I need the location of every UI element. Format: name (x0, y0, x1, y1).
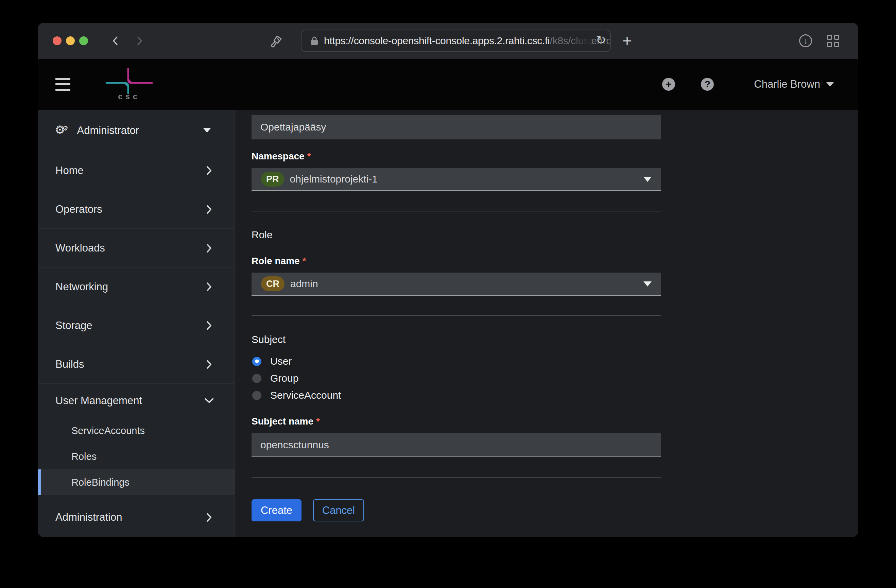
chevron-down-icon (643, 177, 652, 182)
csc-logo-mark (104, 67, 155, 94)
sidebar-item-workloads[interactable]: Workloads (38, 229, 235, 268)
rolebinding-form: Namespace* PR ohjelmistoprojekti-1 Role … (251, 115, 661, 521)
sidebar-nav: ⚙⚙ Administrator Home Operators Workload… (38, 110, 235, 537)
namespace-value: ohjelmistoprojekti-1 (290, 173, 378, 185)
chevron-right-icon (206, 513, 212, 522)
browser-window: https://console-openshift-console.apps.2… (38, 23, 858, 537)
role-name-value: admin (290, 278, 318, 289)
chevron-down-icon (205, 398, 214, 404)
browser-back-icon[interactable] (110, 36, 121, 46)
downloads-icon[interactable]: ↓ (799, 34, 812, 47)
url-text: https://console-openshift-console.apps.2… (324, 35, 611, 47)
sidebar-item-home[interactable]: Home (38, 151, 235, 190)
name-input[interactable] (251, 115, 661, 139)
chevron-down-icon (826, 82, 834, 87)
window-controls (53, 37, 88, 45)
sidebar-item-builds[interactable]: Builds (38, 345, 235, 384)
url-secure-part: https://console-openshift-console.apps.2… (324, 35, 550, 46)
subject-type-radio-group: User Group ServiceAccount (251, 355, 661, 401)
gears-icon: ⚙⚙ (55, 124, 71, 136)
create-button[interactable]: Create (251, 499, 302, 521)
sidebar-section-user-management: User Management ServiceAccounts Roles Ro… (38, 384, 235, 499)
radio-user[interactable]: User (251, 355, 661, 367)
radio-button[interactable] (252, 374, 261, 383)
radio-group-option[interactable]: Group (251, 373, 661, 384)
radio-serviceaccount[interactable]: ServiceAccount (251, 390, 661, 401)
user-name: Charlie Brown (754, 78, 820, 90)
reload-icon[interactable]: ↻ (596, 33, 606, 47)
browser-toolbar: https://console-openshift-console.apps.2… (38, 23, 858, 59)
chevron-down-icon (203, 128, 211, 133)
sidebar-item-serviceaccounts[interactable]: ServiceAccounts (38, 418, 235, 443)
sidebar-item-storage[interactable]: Storage (38, 306, 235, 345)
chevron-right-icon (206, 282, 212, 292)
minimize-window-button[interactable] (66, 37, 75, 45)
help-icon[interactable]: ? (701, 78, 714, 91)
browser-forward-icon[interactable] (134, 36, 145, 46)
app-masthead: csc + ? Charlie Brown (38, 59, 858, 110)
chevron-right-icon (206, 243, 212, 253)
project-badge: PR (261, 172, 284, 187)
radio-button-checked[interactable] (252, 357, 261, 366)
cancel-button[interactable]: Cancel (313, 499, 364, 521)
url-fade (570, 30, 590, 51)
tab-overview-icon[interactable] (827, 35, 839, 47)
role-name-select[interactable]: CR admin (251, 273, 661, 296)
chevron-down-icon (643, 282, 652, 286)
close-window-button[interactable] (53, 37, 61, 45)
chevron-right-icon (206, 205, 212, 214)
subject-section-heading: Subject (251, 334, 661, 345)
sidebar-item-roles[interactable]: Roles (38, 443, 235, 469)
required-marker: * (303, 256, 306, 266)
form-actions: Create Cancel (251, 499, 661, 521)
csc-logo[interactable]: csc (104, 67, 155, 101)
nav-toggle-icon[interactable] (55, 78, 70, 91)
masthead-actions: + ? Charlie Brown (662, 78, 858, 91)
perspective-switcher[interactable]: ⚙⚙ Administrator (38, 110, 235, 151)
brush-extension-icon[interactable] (270, 34, 283, 47)
chevron-right-icon (206, 360, 212, 369)
subject-name-label: Subject name* (251, 416, 661, 427)
address-bar[interactable]: https://console-openshift-console.apps.2… (301, 30, 611, 52)
required-marker: * (316, 416, 320, 427)
required-marker: * (307, 151, 311, 161)
role-name-label: Role name* (251, 256, 661, 267)
subject-name-input[interactable] (251, 433, 661, 457)
sidebar-item-rolebindings[interactable]: RoleBindings (38, 469, 235, 495)
user-menu[interactable]: Charlie Brown (754, 78, 834, 90)
app-body: ⚙⚙ Administrator Home Operators Workload… (38, 110, 858, 537)
csc-logo-text: csc (118, 92, 140, 101)
section-divider (251, 315, 661, 316)
clusterrole-badge: CR (261, 276, 285, 291)
perspective-label: Administrator (77, 124, 139, 137)
chevron-right-icon (206, 166, 212, 175)
section-divider (251, 477, 661, 478)
new-tab-icon[interactable]: + (622, 33, 632, 49)
zoom-window-button[interactable] (79, 37, 88, 45)
namespace-select[interactable]: PR ohjelmistoprojekti-1 (251, 168, 661, 191)
radio-button[interactable] (252, 391, 261, 400)
sidebar-spacer (38, 535, 235, 537)
add-resource-icon[interactable]: + (662, 78, 675, 91)
sidebar-item-user-management[interactable]: User Management (38, 384, 235, 418)
section-divider (251, 211, 661, 212)
sidebar-item-operators[interactable]: Operators (38, 190, 235, 229)
role-section-heading: Role (251, 229, 661, 241)
sidebar-item-administration[interactable]: Administration (38, 499, 235, 535)
lock-icon (310, 36, 318, 46)
namespace-label: Namespace* (251, 151, 661, 162)
main-content: Namespace* PR ohjelmistoprojekti-1 Role … (235, 110, 858, 537)
chevron-right-icon (206, 321, 212, 331)
sidebar-item-networking[interactable]: Networking (38, 268, 235, 306)
